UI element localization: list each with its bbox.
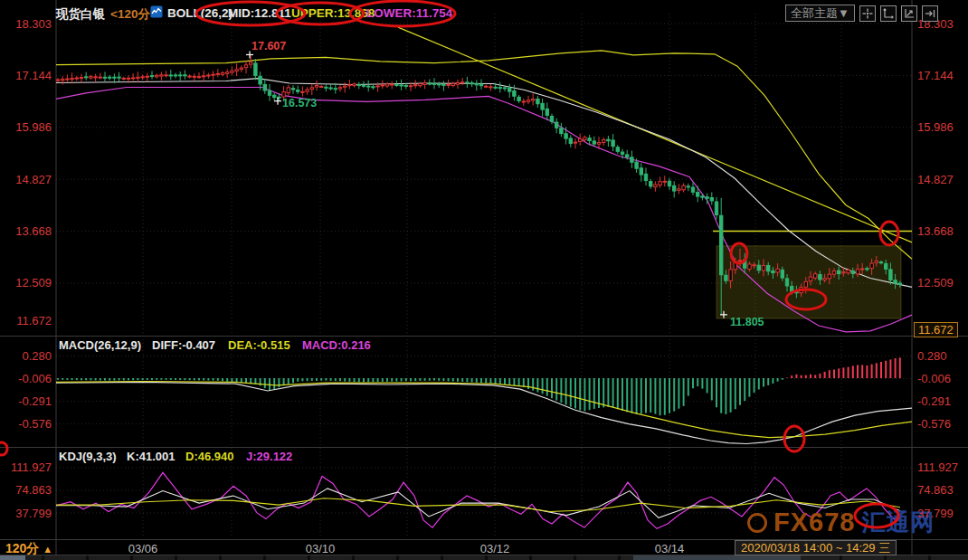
axis-label: 111.927 [917, 460, 958, 474]
scrollbar-highlight [633, 555, 801, 560]
triangle-up-icon: ▲ [43, 544, 52, 555]
kdj-d-value: D:46.940 [185, 450, 233, 463]
macd-hist-value: MACD:0.216 [302, 338, 371, 352]
chart-type-icon[interactable] [150, 5, 163, 21]
axis-label: 111.927 [11, 460, 52, 474]
macd-diff-value: DIFF:-0.407 [152, 338, 215, 352]
axis-label: -0.291 [18, 394, 52, 408]
axis-label: 74.863 [917, 483, 954, 497]
price-chart-canvas[interactable] [0, 0, 968, 560]
axis-label: -0.006 [917, 372, 951, 385]
current-price-badge: 11.672 [914, 322, 958, 337]
watermark-fx678: FX678 [773, 508, 855, 537]
crosshair-icon[interactable] [859, 5, 876, 22]
axis-label: 0.280 [22, 349, 52, 363]
boll-lower-value: LOWER:11.754 [366, 6, 452, 20]
axis-label: 12.509 [15, 276, 52, 289]
axis-label: 17.144 [15, 69, 52, 82]
time-axis-label: 03/14 [655, 542, 685, 555]
time-axis-label: 03/10 [306, 542, 336, 555]
axis-label: -0.291 [917, 394, 951, 408]
kdj-j-value: J:29.122 [246, 450, 292, 463]
time-axis-label: 03/06 [128, 542, 158, 555]
axis-scale-icon[interactable] [880, 5, 897, 22]
pan-right-icon[interactable] [922, 5, 938, 22]
boll-upper-value: UPPER:13.868 [291, 6, 375, 20]
kdj-indicator-label[interactable]: KDJ(9,3,3) [59, 450, 117, 463]
kdj-k-value: K:41.001 [127, 450, 175, 463]
axis-label: 11.672 [16, 314, 52, 327]
symbol-title: 现货白银 [56, 6, 105, 23]
axis-label: 37.799 [15, 507, 52, 520]
range-low-label: 11.805 [730, 316, 764, 328]
axis-label: 14.827 [917, 173, 954, 186]
fx678-logo-icon [747, 513, 767, 533]
axis-label: -0.576 [18, 417, 52, 431]
app-root: 现货白银 <120分> BOLL(26,2) MID:12.811 UPPER:… [0, 0, 968, 560]
bar-time-range-label: 2020/03/18 14:00 ~ 14:29 三 [735, 540, 897, 555]
axis-label: 12.509 [917, 276, 954, 289]
axis-label: 13.668 [917, 224, 954, 238]
axis-label: 0.280 [917, 349, 947, 363]
watermark: FX678 汇通网 [747, 507, 935, 538]
axis-label: -0.576 [917, 417, 951, 431]
axis-label: 18.303 [15, 17, 52, 31]
swing-low-label: 16.573 [282, 97, 317, 109]
axis-label: 15.986 [15, 120, 52, 134]
theme-dropdown[interactable]: 全部主题▼ [785, 5, 855, 22]
macd-indicator-label[interactable]: MACD(26,12,9) [59, 338, 141, 352]
axis-label: 74.863 [15, 483, 52, 497]
axis-label: 14.827 [15, 173, 52, 186]
axis-label: 17.144 [917, 69, 954, 82]
zoom-area-icon[interactable] [901, 5, 917, 22]
interval-label: 120分 [5, 541, 39, 555]
macd-dea-value: DEA:-0.515 [228, 338, 290, 352]
chart-toolbar: 全部主题▼ [785, 5, 938, 22]
axis-label: -0.006 [18, 372, 52, 385]
time-axis-label: 03/12 [480, 542, 510, 555]
swing-high-label: 17.607 [251, 40, 286, 52]
axis-label: 37.799 [917, 507, 954, 520]
interval-selector[interactable]: 120分 ▲ [5, 541, 52, 557]
boll-indicator-label[interactable]: BOLL(26,2) [167, 6, 233, 20]
axis-label: 13.668 [15, 224, 52, 238]
axis-label: 15.986 [917, 120, 954, 134]
chart-scrollbar[interactable] [0, 555, 968, 560]
boll-mid-value: MID:12.811 [228, 6, 291, 20]
